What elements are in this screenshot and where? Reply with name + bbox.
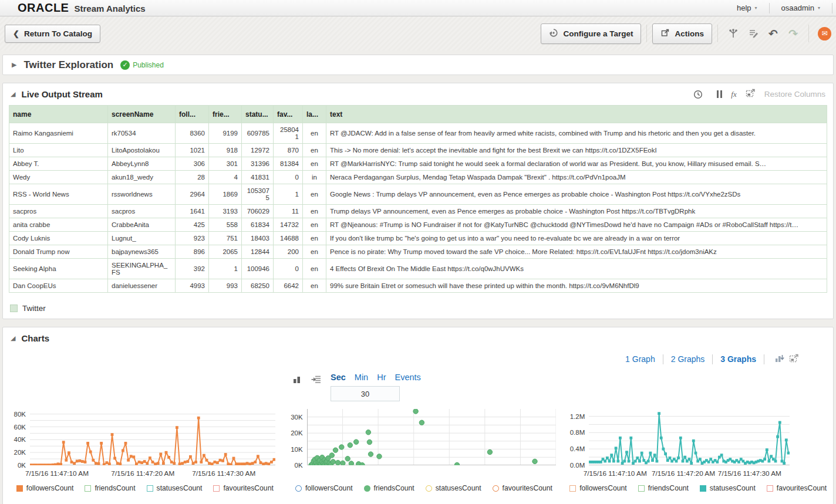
- table-cell: 100946: [242, 259, 274, 279]
- target-icon: [549, 28, 558, 39]
- notification-badge[interactable]: ✉: [818, 27, 831, 40]
- table-cell: en: [303, 205, 326, 218]
- return-to-catalog-button[interactable]: ❮ Return To Catalog: [5, 25, 100, 43]
- detach-icon[interactable]: [746, 89, 756, 100]
- column-header[interactable]: frie...: [209, 106, 242, 123]
- legend-item-statusesCount[interactable]: statusesCount: [426, 484, 481, 492]
- legend-item-favouritesCount[interactable]: favouritesCount: [213, 484, 273, 492]
- app-title: Stream Analytics: [74, 4, 145, 13]
- column-header[interactable]: statu...: [242, 106, 274, 123]
- charts-header: ◢ Charts: [3, 327, 833, 349]
- help-menu[interactable]: help ▾: [725, 4, 769, 12]
- table-row[interactable]: Dan CoopEUsdanieluessener499399368250664…: [9, 279, 827, 293]
- table-cell: 6642: [274, 279, 303, 293]
- pause-icon[interactable]: [717, 90, 722, 98]
- collapse-icon[interactable]: ◢: [11, 90, 15, 98]
- table-row[interactable]: Abbey T.AbbeyLynn83063013139681384enRT @…: [9, 157, 827, 171]
- legend-item-friendsCount[interactable]: friendsCount: [85, 484, 135, 492]
- column-header[interactable]: fav...: [274, 106, 303, 123]
- configure-target-button[interactable]: Configure a Target: [541, 23, 641, 44]
- table-row[interactable]: sacprossacpros1641319370602911enTrump de…: [9, 205, 827, 218]
- detach-icon[interactable]: [789, 354, 799, 365]
- legend-item-followersCount[interactable]: followersCount: [295, 484, 353, 492]
- table-cell: This -> No more denial: let's accept the…: [326, 144, 827, 157]
- clock-icon[interactable]: [690, 87, 706, 102]
- table-row[interactable]: LitoLitoApostolakou102191812972870enThis…: [9, 144, 827, 157]
- time-tab-min[interactable]: Min: [355, 373, 368, 382]
- column-header[interactable]: la...: [303, 106, 326, 123]
- shape-branch-icon[interactable]: [726, 26, 741, 41]
- redo-icon[interactable]: ↷: [786, 26, 801, 41]
- brand: ORACLE Stream Analytics: [4, 1, 146, 15]
- actions-button[interactable]: Actions: [652, 23, 712, 44]
- table-cell: anita crabbe: [9, 218, 108, 232]
- legend-label: favouritesCount: [777, 484, 827, 492]
- legend-item-favouritesCount[interactable]: favouritesCount: [767, 484, 827, 492]
- legend-item-favouritesCount[interactable]: favouritesCount: [493, 484, 552, 492]
- table-cell: RT @Njeanous: #Trump is NO Fundraiser if…: [326, 218, 827, 232]
- table-cell: Donald Trump now: [9, 245, 108, 259]
- table-cell: Cody Luknis: [9, 232, 108, 245]
- divider: [808, 25, 809, 42]
- table-cell: 1: [274, 184, 303, 205]
- legend-label: friendsCount: [648, 484, 689, 492]
- legend-label: statusesCount: [710, 484, 756, 492]
- graph-option-3[interactable]: 3 Graphs: [720, 354, 756, 364]
- y-tick-label: 60K: [14, 424, 26, 431]
- live-output-header: ◢ Live Output Stream fx Restore Columns: [3, 83, 833, 105]
- legend-item-statusesCount[interactable]: statusesCount: [700, 484, 756, 492]
- table-row[interactable]: anita crabbeCrabbeAnita4255586183414732e…: [9, 218, 827, 232]
- chart-save-icon[interactable]: [774, 354, 785, 365]
- column-header[interactable]: screenName: [108, 106, 176, 123]
- restore-columns-button[interactable]: Restore Columns: [764, 90, 825, 99]
- user-menu[interactable]: osaadmin ▾: [770, 4, 832, 12]
- legend-item-friendsCount[interactable]: friendsCount: [638, 484, 689, 492]
- column-header[interactable]: foll...: [176, 106, 209, 123]
- edit-notes-icon[interactable]: [746, 26, 761, 41]
- collapse-icon[interactable]: ◢: [11, 334, 15, 342]
- circle-swatch-icon: [364, 485, 370, 492]
- graph-option-1[interactable]: 1 Graph: [625, 354, 655, 364]
- legend-item-statusesCount[interactable]: statusesCount: [147, 484, 203, 492]
- graph-option-2[interactable]: 2 Graphs: [671, 354, 705, 364]
- configure-target-label: Configure a Target: [563, 29, 633, 38]
- table-cell: 1: [209, 259, 242, 279]
- table-row[interactable]: RSS - World Newsrssworldnews296418691053…: [9, 184, 827, 205]
- time-tab-hr[interactable]: Hr: [377, 373, 386, 382]
- live-output-title: Live Output Stream: [21, 89, 102, 99]
- table-row[interactable]: Seeking AlphaSEEKINGALPHA_FS39211009460e…: [9, 259, 827, 279]
- table-cell: Dan CoopEUs: [9, 279, 108, 293]
- divider: [663, 354, 663, 364]
- column-header[interactable]: name: [9, 106, 108, 123]
- check-icon: ✓: [120, 60, 130, 70]
- table-cell: RT @MarkHarrisNYC: Trump said tonight he…: [326, 157, 827, 171]
- table-cell: 61834: [242, 218, 274, 232]
- table-row[interactable]: Raimo Kangasniemirk705348360919960978525…: [9, 123, 827, 144]
- table-cell: Wedy: [9, 171, 108, 184]
- time-tab-sec[interactable]: Sec: [331, 373, 346, 382]
- legend-item-followersCount[interactable]: followersCount: [569, 484, 627, 492]
- time-tab-events[interactable]: Events: [395, 373, 421, 382]
- column-header[interactable]: text: [326, 106, 827, 123]
- table-cell: en: [303, 232, 326, 245]
- table-cell: 258041: [274, 123, 303, 144]
- expand-right-icon[interactable]: ▶: [12, 61, 16, 69]
- legend-item-friendsCount[interactable]: friendsCount: [364, 484, 414, 492]
- y-tick-label: 0.8M: [570, 429, 585, 436]
- square-swatch-icon: [147, 485, 153, 492]
- table-header-row: namescreenNamefoll...frie...statu...fav.…: [9, 106, 827, 123]
- undo-icon[interactable]: ↶: [766, 26, 781, 41]
- stream-table: namescreenNamefoll...frie...statu...fav.…: [9, 105, 827, 293]
- table-row[interactable]: Wedyakun18_wedy284418310inNeraca Perdaga…: [9, 171, 827, 184]
- bar-chart-icon[interactable]: [292, 374, 302, 387]
- table-cell: 8360: [176, 123, 209, 144]
- legend-label: friendsCount: [95, 484, 135, 492]
- table-row[interactable]: Cody LuknisLugnut_9237511840314688enIf y…: [9, 232, 827, 245]
- graph-count-options: 1 Graph2 Graphs3 Graphs: [3, 349, 833, 366]
- x-tick-label: 7/15/16 11:47:30 AM: [192, 469, 255, 478]
- table-row[interactable]: Donald Trump nowbajpaynews36589620651284…: [9, 245, 827, 259]
- window-settings-icon[interactable]: [311, 374, 322, 387]
- window-size-input[interactable]: [331, 386, 400, 401]
- expression-fx-icon[interactable]: fx: [731, 90, 736, 99]
- legend-item-followersCount[interactable]: followersCount: [16, 484, 74, 492]
